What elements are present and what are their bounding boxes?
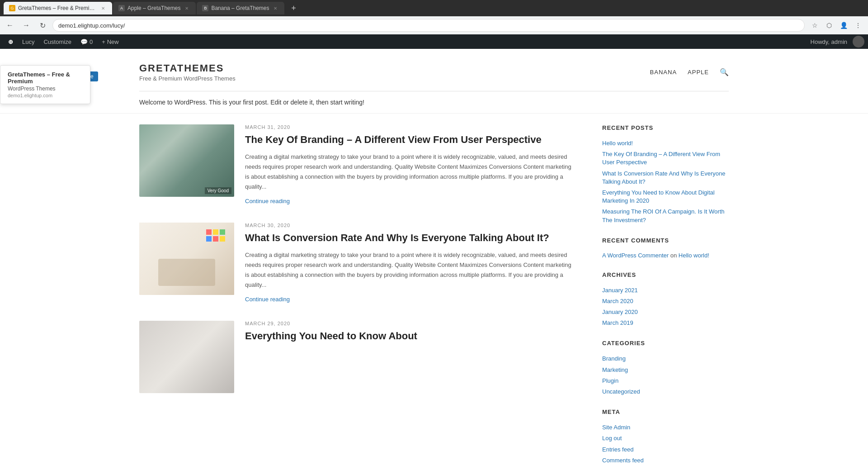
wp-new-button[interactable]: + New <box>97 34 123 49</box>
refresh-button[interactable]: ↻ <box>36 19 49 32</box>
sidebar-archives: ARCHIVES January 2021 March 2020 January… <box>602 271 729 328</box>
tab-gretathemes[interactable]: G GretaThemes – Free & Premium... ✕ <box>4 2 112 14</box>
sidebar-meta: META Site Admin Log out Entries feed Com… <box>602 408 729 465</box>
profile-icon[interactable]: 👤 <box>837 19 850 32</box>
category-uncategorized[interactable]: Uncategorized <box>602 388 729 396</box>
comments-icon: 💬 <box>80 38 88 45</box>
tab-close-2[interactable]: ✕ <box>183 5 190 12</box>
img-label-1: Very Good <box>205 187 231 194</box>
recent-post-5[interactable]: Measuring The ROI Of A Campaign. Is It W… <box>602 208 729 224</box>
search-icon[interactable]: 🔍 <box>720 68 729 76</box>
post-date-1: MARCH 31, 2020 <box>245 124 575 130</box>
category-marketing[interactable]: Marketing <box>602 366 729 374</box>
post-thumbnail-1[interactable]: Very Good <box>139 124 234 197</box>
archive-mar2020[interactable]: March 2020 <box>602 297 729 305</box>
main-content: Very Good MARCH 31, 2020 The Key Of Bran… <box>139 124 575 475</box>
bookmark-icon[interactable]: ☆ <box>808 19 821 32</box>
categories-heading: CATEGORIES <box>602 340 729 349</box>
tab-close-3[interactable]: ✕ <box>272 5 279 12</box>
tab-banana[interactable]: B Banana – GretaThemes ✕ <box>197 2 284 14</box>
tab-title-1: GretaThemes – Free & Premium... <box>18 5 97 11</box>
wp-admin-bar-right: Howdy, admin <box>807 36 864 48</box>
comment-post-1[interactable]: Hello world! <box>679 252 709 259</box>
new-label: New <box>107 38 119 45</box>
wp-comments[interactable]: 💬 0 <box>76 34 97 49</box>
post-image-branding: Very Good <box>139 124 234 197</box>
comment-author-1[interactable]: A WordPress Commenter <box>602 252 669 259</box>
post-article-3: MARCH 29, 2020 Everything You Need to Kn… <box>139 321 575 393</box>
welcome-text: Welcome to WordPress. This is your first… <box>0 91 868 114</box>
comments-count: 0 <box>90 38 93 45</box>
wp-site-name[interactable]: Lucy <box>18 34 39 49</box>
sidebar: RECENT POSTS Hello world! The Key Of Bra… <box>602 124 729 475</box>
extensions-icon[interactable]: ⬡ <box>823 19 835 32</box>
recent-post-2[interactable]: The Key Of Branding – A Different View F… <box>602 150 729 166</box>
tab-close-1[interactable]: ✕ <box>99 5 107 12</box>
sidebar-categories: CATEGORIES Branding Marketing Plugin Unc… <box>602 340 729 396</box>
post-article-1: Very Good MARCH 31, 2020 The Key Of Bran… <box>139 124 575 204</box>
post-excerpt-1: Creating a digital marketing strategy to… <box>245 152 575 192</box>
archive-mar2019[interactable]: March 2019 <box>602 319 729 327</box>
post-image-digital <box>139 321 234 393</box>
forward-button[interactable]: → <box>20 19 33 32</box>
post-thumbnail-2[interactable] <box>139 223 234 295</box>
category-plugin[interactable]: Plugin <box>602 377 729 385</box>
menu-icon[interactable]: ⋮ <box>852 19 864 32</box>
comment-on-1: on <box>670 252 677 259</box>
read-more-2[interactable]: Continue reading <box>245 296 290 303</box>
recent-post-1[interactable]: Hello world! <box>602 139 729 147</box>
post-image-conversion <box>139 223 234 295</box>
url-text: demo1.elightup.com/lucy/ <box>58 22 125 29</box>
category-branding[interactable]: Branding <box>602 355 729 363</box>
new-tab-button[interactable]: + <box>287 2 300 14</box>
post-content-1: MARCH 31, 2020 The Key Of Branding – A D… <box>245 124 575 204</box>
site-branding: GRETATHEMES Free & Premium WordPress The… <box>139 62 236 82</box>
archive-jan2021[interactable]: January 2021 <box>602 286 729 294</box>
tooltip-title: GretaThemes – Free & Premium <box>8 71 83 85</box>
wp-customize-button[interactable]: Customize <box>39 34 75 49</box>
meta-comments-feed[interactable]: Comments feed <box>602 456 729 465</box>
nav-apple[interactable]: APPLE <box>688 69 709 76</box>
post-date-2: MARCH 30, 2020 <box>245 223 575 228</box>
admin-avatar[interactable] <box>853 36 864 48</box>
wp-admin-bar: ⊕ Lucy Customize 💬 0 + New Howdy, admin … <box>0 34 868 49</box>
sidebar-recent-comments: RECENT COMMENTS A WordPress Commenter on… <box>602 237 729 259</box>
tab-favicon-2: A <box>118 5 125 11</box>
archive-jan2020[interactable]: January 2020 <box>602 308 729 316</box>
read-more-1[interactable]: Continue reading <box>245 198 290 204</box>
tooltip-url: demo1.elightup.com <box>8 93 83 98</box>
post-excerpt-2: Creating a digital marketing strategy to… <box>245 250 575 290</box>
post-content-3: MARCH 29, 2020 Everything You Need to Kn… <box>245 321 575 393</box>
url-bar[interactable]: demo1.elightup.com/lucy/ <box>52 19 805 32</box>
recent-posts-heading: RECENT POSTS <box>602 124 729 134</box>
meta-heading: META <box>602 408 729 418</box>
site-title[interactable]: GRETATHEMES <box>139 62 236 74</box>
recent-post-3[interactable]: What Is Conversion Rate And Why Is Every… <box>602 170 729 186</box>
site-wrapper: GRETATHEMES Free & Premium WordPress The… <box>0 49 868 475</box>
tab-apple[interactable]: A Apple – GretaThemes ✕ <box>113 2 196 14</box>
sidebar-recent-posts: RECENT POSTS Hello world! The Key Of Bra… <box>602 124 729 224</box>
address-bar: ← → ↻ demo1.elightup.com/lucy/ ☆ ⬡ 👤 ⋮ <box>0 16 868 34</box>
post-title-2[interactable]: What Is Conversion Rate And Why Is Every… <box>245 232 575 245</box>
post-title-1[interactable]: The Key Of Branding – A Different View F… <box>245 133 575 147</box>
post-content-2: MARCH 30, 2020 What Is Conversion Rate A… <box>245 223 575 303</box>
recent-post-4[interactable]: Everything You Need to Know About Digita… <box>602 189 729 205</box>
wp-logo-button[interactable]: ⊕ <box>4 34 18 49</box>
site-nav: BANANA APPLE 🔍 <box>650 68 729 76</box>
browser-actions: ☆ ⬡ 👤 ⋮ <box>808 19 864 32</box>
post-thumbnail-3[interactable] <box>139 321 234 393</box>
meta-site-admin[interactable]: Site Admin <box>602 423 729 432</box>
content-wrapper: Very Good MARCH 31, 2020 The Key Of Bran… <box>0 124 868 475</box>
back-button[interactable]: ← <box>4 19 16 32</box>
archives-heading: ARCHIVES <box>602 271 729 281</box>
wp-logo-icon: ⊕ <box>8 38 13 45</box>
post-title-3[interactable]: Everything You Need to Know About <box>245 330 575 343</box>
meta-log-out[interactable]: Log out <box>602 434 729 442</box>
comment-1: A WordPress Commenter on Hello world! <box>602 252 729 259</box>
tab-favicon-3: B <box>202 5 208 11</box>
customize-tooltip: GretaThemes – Free & Premium WordPress T… <box>0 65 90 104</box>
meta-entries-feed[interactable]: Entries feed <box>602 446 729 454</box>
site-header: GRETATHEMES Free & Premium WordPress The… <box>0 49 868 91</box>
wp-site-label: Lucy <box>22 38 34 45</box>
nav-banana[interactable]: BANANA <box>650 69 677 76</box>
